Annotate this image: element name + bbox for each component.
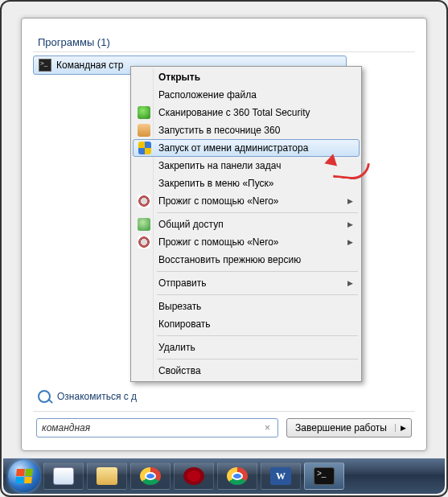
ctx-delete[interactable]: Удалить [133,339,360,356]
results-group-header: Программы (1) [33,27,415,50]
word-icon [270,467,291,485]
ctx-file-location[interactable]: Расположение файла [133,86,360,104]
ctx-cut[interactable]: Вырезать [133,298,360,315]
sharing-icon [138,218,150,231]
submenu-arrow-icon: ▶ [347,197,353,205]
ctx-pin-start[interactable]: Закрепить в меню «Пуск» [133,175,360,192]
context-menu: Открыть Расположение файла Сканирование … [130,66,362,382]
submenu-arrow-icon: ▶ [347,220,353,228]
submenu-arrow-icon: ▶ [347,238,353,246]
shield-green-icon [138,106,150,119]
start-search-box[interactable]: × [36,418,278,437]
separator [157,271,358,272]
shutdown-more-icon[interactable]: ▶ [395,424,411,432]
start-menu-bottom-bar: × Завершение работы ▶ [33,411,415,442]
panel-app-icon [53,467,74,485]
taskbar-opera[interactable] [174,462,214,490]
start-button[interactable] [8,460,40,492]
taskbar-cmd[interactable] [304,462,344,490]
chrome-icon [140,467,161,485]
disc-icon [138,236,150,249]
shutdown-label: Завершение работы [287,422,395,433]
ctx-send-to[interactable]: Отправить▶ [133,274,360,292]
taskbar-chrome-2[interactable] [217,462,257,490]
windows-logo-icon [15,469,33,483]
separator [157,294,358,295]
see-more-label: Ознакомиться с д [57,391,137,402]
taskbar-explorer[interactable] [87,462,127,490]
ctx-burn-nero-2[interactable]: Прожиг с помощью «Nero»▶ [133,233,360,251]
shutdown-button[interactable]: Завершение работы ▶ [286,418,412,437]
explorer-icon [97,467,117,485]
cmd-icon [39,59,51,72]
search-result-label: Командная стр [56,60,124,71]
ctx-burn-nero[interactable]: Прожиг с помощью «Nero»▶ [133,192,360,210]
search-icon [38,390,51,403]
search-input[interactable] [42,422,262,433]
ctx-copy[interactable]: Копировать [133,315,360,333]
clear-search-icon[interactable]: × [262,422,273,433]
ctx-sharing[interactable]: Общий доступ▶ [133,216,360,233]
separator [157,359,358,359]
cmd-icon [314,467,335,485]
ctx-scan-360[interactable]: Сканирование с 360 Total Security [133,104,360,121]
submenu-arrow-icon: ▶ [347,279,353,287]
opera-icon [183,467,204,485]
taskbar-panel-app[interactable] [43,462,84,490]
ctx-pin-taskbar[interactable]: Закрепить на панели задач [133,157,360,175]
ctx-properties[interactable]: Свойства [133,362,360,380]
ctx-open[interactable]: Открыть [133,68,360,86]
disc-icon [138,195,150,207]
uac-shield-icon [138,142,151,154]
ctx-sandbox-360[interactable]: Запустить в песочнице 360 [133,121,360,139]
sandbox-icon [138,124,150,137]
separator [157,335,358,336]
ctx-run-as-admin[interactable]: Запуск от имени администратора [133,139,360,157]
chrome-icon [227,467,248,485]
divider [33,51,415,52]
taskbar [3,458,445,494]
separator [157,212,358,213]
taskbar-chrome[interactable] [130,462,171,490]
taskbar-word[interactable] [261,462,301,490]
see-more-results[interactable]: Ознакомиться с д [33,385,415,411]
ctx-restore-prev[interactable]: Восстановить прежнюю версию [133,251,360,269]
